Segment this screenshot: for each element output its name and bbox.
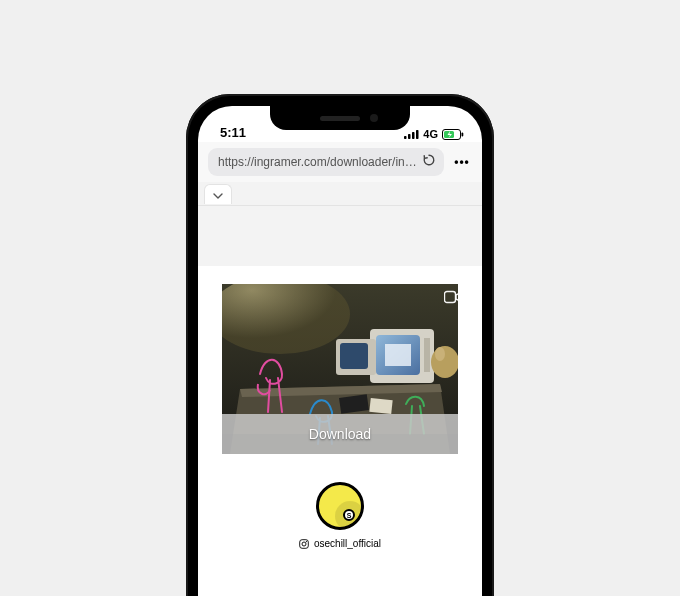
video-icon [444, 290, 458, 308]
instagram-icon [299, 539, 309, 549]
status-time: 5:11 [220, 125, 246, 140]
svg-rect-1 [408, 134, 411, 139]
chevron-down-icon [213, 185, 223, 203]
content-panel: Download S [198, 266, 482, 596]
browser-toolbar: https://ingramer.com/downloader/instagra… [198, 142, 482, 182]
tab-strip [198, 182, 482, 206]
svg-point-25 [306, 541, 307, 542]
svg-rect-2 [412, 132, 415, 139]
svg-rect-16 [340, 343, 368, 369]
page-content: Download S [198, 206, 482, 596]
username-label: osechill_official [314, 538, 381, 549]
network-label: 4G [423, 128, 438, 140]
download-button[interactable]: Download [222, 414, 458, 454]
status-right-cluster: 4G [404, 128, 464, 140]
notch-speaker [320, 116, 360, 121]
svg-rect-3 [416, 130, 419, 139]
signal-icon [404, 129, 419, 139]
reload-icon[interactable] [422, 153, 436, 171]
svg-rect-0 [404, 136, 407, 139]
phone-notch [270, 106, 410, 130]
svg-rect-14 [424, 338, 430, 372]
svg-point-24 [302, 542, 306, 546]
phone-frame: 5:11 4G [186, 94, 494, 596]
phone-screen: 5:11 4G [198, 106, 482, 596]
tab-collapse-button[interactable] [204, 184, 232, 204]
address-bar[interactable]: https://ingramer.com/downloader/instagra… [208, 148, 444, 176]
svg-rect-22 [445, 292, 456, 303]
svg-rect-5 [462, 132, 464, 136]
svg-rect-13 [385, 344, 411, 366]
more-icon[interactable]: ••• [452, 155, 472, 169]
svg-rect-23 [300, 539, 309, 548]
avatar[interactable]: S [316, 482, 364, 530]
svg-rect-20 [369, 398, 392, 414]
notch-camera [370, 114, 378, 122]
download-label: Download [309, 426, 371, 442]
media-preview[interactable]: Download [222, 284, 458, 454]
svg-point-17 [431, 346, 458, 378]
avatar-mark: S [343, 509, 355, 521]
username-row[interactable]: osechill_official [299, 538, 381, 549]
profile-block: S osechill_official [222, 482, 458, 549]
address-url: https://ingramer.com/downloader/instagra… [218, 155, 422, 169]
battery-icon [442, 129, 464, 140]
page-top-spacer [198, 206, 482, 266]
svg-point-18 [435, 347, 445, 361]
